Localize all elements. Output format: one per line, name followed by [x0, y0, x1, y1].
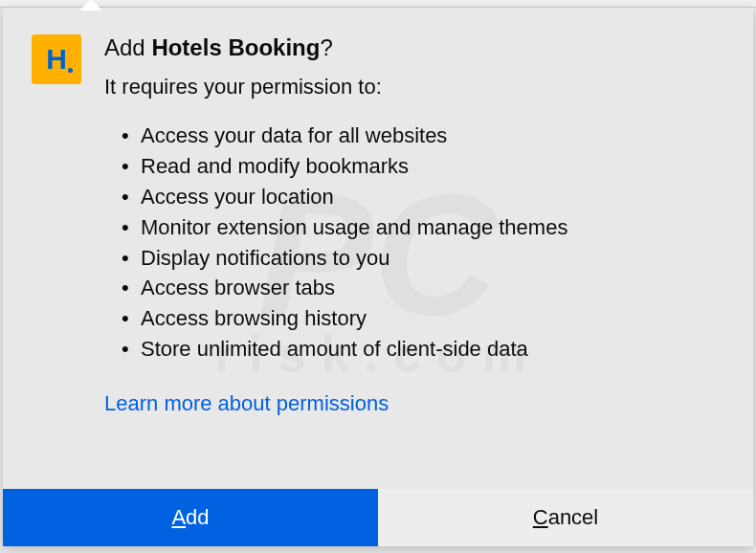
permission-item: Read and modify bookmarks [122, 151, 724, 182]
title-suffix: ? [320, 34, 332, 60]
cancel-button-text: ancel [548, 505, 599, 529]
permissions-subtitle: It requires your permission to: [104, 75, 724, 100]
extension-icon-dot [68, 68, 73, 73]
add-button[interactable]: Add [3, 489, 378, 546]
permission-item: Store unlimited amount of client-side da… [122, 334, 724, 365]
permission-item: Access browsing history [122, 303, 724, 334]
browser-chrome-edge [0, 0, 756, 8]
permission-item: Monitor extension usage and manage theme… [122, 212, 724, 243]
extension-name: Hotels Booking [151, 34, 320, 60]
extension-install-dialog: H Add Hotels Booking? It requires your p… [3, 8, 753, 546]
permission-item: Access your location [122, 182, 724, 212]
cancel-button-accelerator: C [533, 505, 548, 529]
extension-icon: H [32, 34, 81, 84]
permission-item: Access browser tabs [122, 273, 724, 303]
dialog-text-column: Add Hotels Booking? It requires your per… [104, 34, 724, 416]
dialog-content: H Add Hotels Booking? It requires your p… [3, 8, 753, 435]
extension-icon-letter: H [46, 43, 67, 76]
add-button-accelerator: A [171, 505, 186, 529]
cancel-button[interactable]: Cancel [378, 489, 753, 546]
title-prefix: Add [104, 34, 151, 60]
permission-item: Access your data for all websites [122, 121, 724, 151]
dialog-button-row: Add Cancel [3, 489, 753, 546]
permissions-list: Access your data for all websites Read a… [104, 121, 724, 365]
add-button-text: dd [186, 505, 209, 529]
learn-more-link[interactable]: Learn more about permissions [104, 391, 389, 415]
permission-item: Display notifications to you [122, 243, 724, 274]
dialog-pointer [79, 0, 102, 11]
dialog-title: Add Hotels Booking? [104, 34, 724, 61]
